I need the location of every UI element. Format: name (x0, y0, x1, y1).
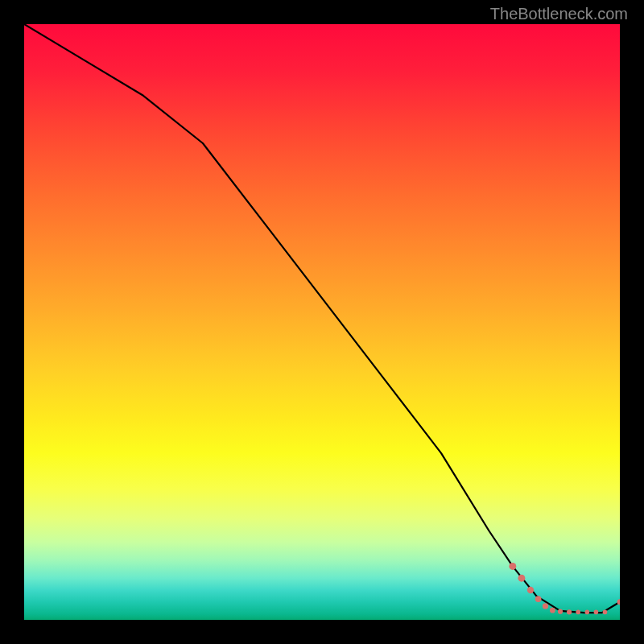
watermark-text: TheBottleneck.com (490, 5, 628, 23)
chart-plot-area (24, 24, 620, 620)
chart-marker-dot (576, 610, 580, 615)
chart-marker-dot (518, 575, 525, 582)
chart-marker-dot (509, 563, 516, 570)
chart-curve-line (24, 24, 620, 613)
chart-marker-dot (567, 609, 572, 614)
chart-marker-dot (527, 587, 534, 593)
chart-marker-group (509, 563, 620, 615)
chart-marker-dot (594, 610, 599, 615)
chart-marker-dot (535, 596, 542, 602)
chart-marker-dot (603, 610, 608, 615)
chart-marker-dot (558, 609, 563, 614)
chart-marker-dot (550, 608, 555, 613)
chart-marker-dot (585, 610, 590, 615)
chart-marker-dot (543, 603, 548, 609)
chart-overlay-svg (24, 24, 620, 620)
